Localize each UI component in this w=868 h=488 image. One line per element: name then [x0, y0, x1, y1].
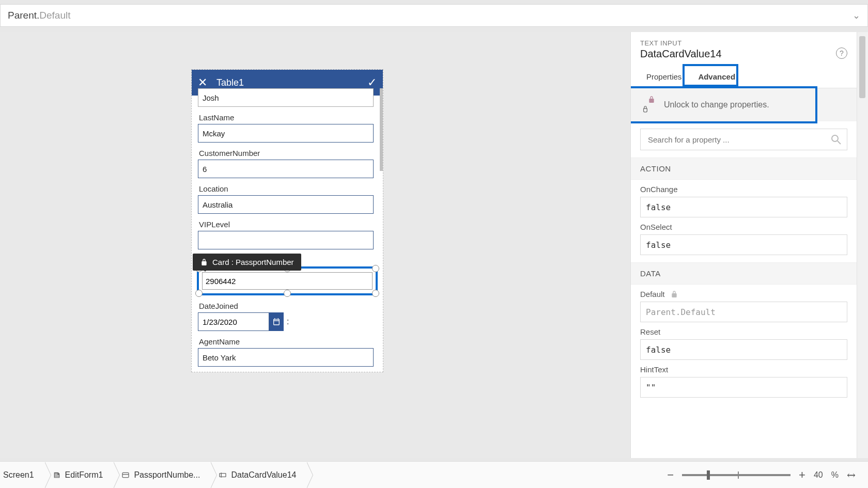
onchange-label: OnChange: [640, 185, 847, 194]
formula-prefix: Parent.: [8, 10, 39, 21]
location-input[interactable]: Australia: [198, 195, 374, 214]
reset-label: Reset: [640, 327, 847, 336]
bottombar: Screen1 EditForm1 PassportNumbe... DataC…: [0, 461, 868, 488]
lastname-input[interactable]: Mckay: [198, 124, 374, 143]
breadcrumb-screen[interactable]: Screen1: [0, 462, 44, 489]
zoom-slider[interactable]: [682, 474, 791, 476]
resize-handle[interactable]: [372, 290, 379, 297]
datejoined-input[interactable]: 1/23/2020: [198, 312, 269, 331]
fit-icon[interactable]: ⤢: [844, 467, 859, 482]
resize-handle[interactable]: [372, 265, 379, 272]
formula-suffix: Default: [39, 10, 70, 21]
card-icon: [121, 471, 130, 479]
prop-reset: Reset false: [631, 322, 857, 360]
property-search[interactable]: [640, 129, 847, 150]
zoom-thumb[interactable]: [707, 470, 710, 480]
zoom-unit: %: [831, 470, 839, 480]
search-icon: [830, 133, 842, 146]
lock-icon: [670, 290, 678, 298]
breadcrumb-form[interactable]: EditForm1: [44, 462, 114, 489]
viplevel-label: VIPLevel: [199, 220, 376, 229]
time-separator: :: [287, 317, 289, 326]
section-data: DATA: [631, 262, 857, 285]
phone-preview: ✕ Table1 ✓ Josh LastName Mckay CustomerN…: [191, 69, 383, 372]
onselect-label: OnSelect: [640, 223, 847, 231]
prop-onchange: OnChange false: [631, 180, 857, 217]
prop-default: Default Parent.Default: [631, 285, 857, 322]
default-label: Default: [640, 290, 847, 298]
properties-panel: TEXT INPUT DataCardValue14 ? Properties …: [630, 32, 868, 458]
resize-handle[interactable]: [195, 290, 203, 297]
selected-control[interactable]: 2906442: [197, 266, 378, 295]
prop-hinttext: HintText "": [631, 360, 857, 398]
card-tooltip: Card : PassportNumber: [193, 254, 301, 271]
control-name: DataCardValue14: [640, 48, 857, 60]
close-icon[interactable]: ✕: [198, 76, 207, 89]
lock-icon: [200, 258, 208, 266]
prop-onselect: OnSelect false: [631, 217, 857, 255]
control-type-label: TEXT INPUT: [640, 39, 857, 47]
unlock-text: Unlock to change properties.: [664, 100, 769, 109]
breadcrumb-card[interactable]: PassportNumbe...: [113, 462, 210, 489]
form-icon: [53, 471, 61, 479]
help-icon[interactable]: ?: [836, 48, 847, 59]
submit-icon[interactable]: ✓: [367, 76, 377, 89]
zoom-in-button[interactable]: +: [799, 468, 805, 482]
viplevel-input[interactable]: [198, 231, 374, 249]
formula-bar[interactable]: Parent.Default ⌄: [0, 4, 868, 27]
search-input[interactable]: [640, 129, 847, 150]
hinttext-value[interactable]: "": [640, 377, 847, 398]
section-action: ACTION: [631, 158, 857, 180]
highlight-box: [683, 64, 738, 87]
canvas[interactable]: ✕ Table1 ✓ Josh LastName Mckay CustomerN…: [0, 32, 630, 458]
unlock-bar[interactable]: Unlock to change properties.: [631, 88, 857, 121]
datejoined-row: 1/23/2020 :: [198, 312, 378, 331]
svg-line-1: [838, 141, 841, 144]
lastname-label: LastName: [199, 113, 376, 122]
reset-value[interactable]: false: [640, 339, 847, 360]
firstname-input[interactable]: Josh: [198, 88, 374, 107]
calendar-icon[interactable]: [269, 312, 284, 331]
agentname-input[interactable]: Beto Yark: [198, 348, 374, 367]
onchange-value[interactable]: false: [640, 197, 847, 217]
unlock-icon: [641, 98, 655, 112]
location-label: Location: [199, 184, 376, 193]
zoom-percent: 40: [814, 470, 823, 480]
svg-point-0: [832, 135, 838, 141]
customernumber-label: CustomerNumber: [199, 149, 376, 158]
form-body: Josh LastName Mckay CustomerNumber 6 Loc…: [192, 88, 383, 372]
zoom-out-button[interactable]: −: [667, 468, 674, 482]
passportnumber-input[interactable]: 2906442: [202, 272, 373, 290]
breadcrumb-control[interactable]: DataCardValue14: [210, 462, 306, 489]
svg-rect-2: [122, 473, 129, 477]
datejoined-label: DateJoined: [199, 302, 376, 310]
zoom-controls: − + 40 % ⤢: [667, 468, 868, 482]
agentname-label: AgentName: [199, 337, 376, 346]
textinput-icon: [219, 471, 227, 479]
default-value[interactable]: Parent.Default: [640, 302, 847, 322]
form-title: Table1: [216, 77, 367, 88]
chevron-down-icon[interactable]: ⌄: [853, 10, 860, 21]
panel-tabs: Properties Advanced: [631, 67, 857, 88]
svg-rect-4: [220, 473, 226, 477]
scrollbar-thumb[interactable]: [859, 36, 865, 98]
customernumber-input[interactable]: 6: [198, 160, 374, 178]
cursor-icon: [641, 105, 649, 113]
resize-handle[interactable]: [284, 290, 291, 297]
hinttext-label: HintText: [640, 365, 847, 374]
onselect-value[interactable]: false: [640, 234, 847, 255]
panel-scrollbar[interactable]: [857, 32, 868, 458]
